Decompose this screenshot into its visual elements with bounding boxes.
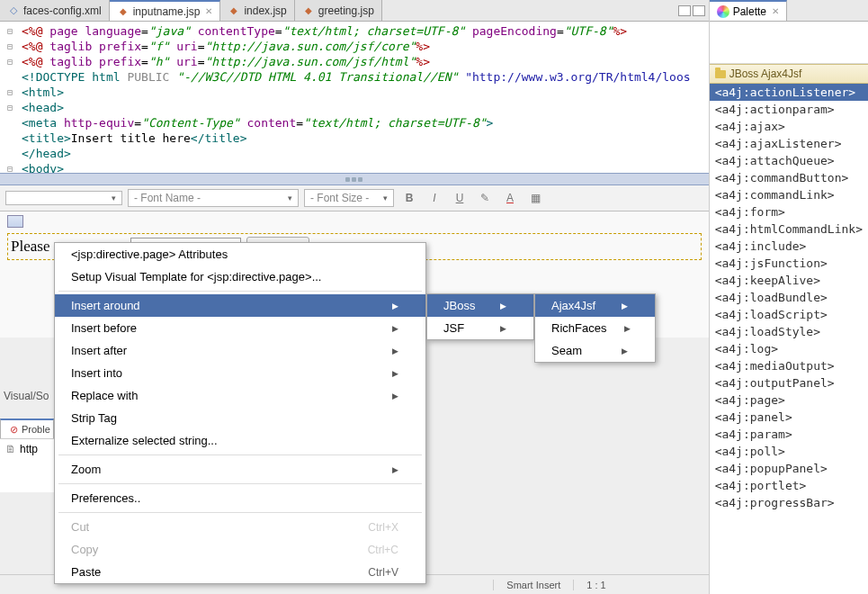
background-color-button[interactable]: ▦ <box>525 189 545 207</box>
palette-tag-item[interactable]: <a4j:htmlCommandLink> <box>710 220 868 238</box>
palette-tag-item[interactable]: <a4j:loadBundle> <box>710 289 868 306</box>
palette-tag-item[interactable]: <a4j:jsFunction> <box>710 255 868 272</box>
minimize-icon[interactable] <box>678 5 691 16</box>
separator <box>58 483 422 484</box>
palette-tag-item[interactable]: <a4j:param> <box>710 426 868 443</box>
palette-tag-item[interactable]: <a4j:attachQueue> <box>710 152 868 169</box>
submenu-categories: JBoss▶ JSF▶ <box>426 293 534 340</box>
ctx-setup-template[interactable]: Setup Visual Template for <jsp:directive… <box>55 266 425 288</box>
text-color-button[interactable]: A <box>500 189 520 207</box>
ctx-label: JSF <box>443 321 464 335</box>
file-jsp-icon: ◆ <box>228 4 240 17</box>
ctx-label: Preferences.. <box>71 491 140 505</box>
palette-tag-item[interactable]: <a4j:form> <box>710 203 868 220</box>
ctx-insert-around[interactable]: Insert around▶ <box>55 294 425 317</box>
arrow-right-icon: ▶ <box>392 302 398 310</box>
ctx-shortcut: Ctrl+C <box>368 544 398 556</box>
visual-source-tab-text[interactable]: Visual/So <box>4 390 49 402</box>
editor-tab[interactable]: ◇faces-config.xml <box>0 0 110 21</box>
palette-tag-item[interactable]: <a4j:ajaxListener> <box>710 135 868 152</box>
ctx-seam[interactable]: Seam▶ <box>535 339 655 362</box>
bold-button[interactable]: B <box>399 189 419 207</box>
ctx-label: Insert around <box>71 299 140 312</box>
caret-down-icon: ▾ <box>112 194 116 202</box>
ctx-label: Copy <box>71 543 98 556</box>
palette-tag-item[interactable]: <a4j:portlet> <box>710 477 868 494</box>
underline-button[interactable]: U <box>450 189 470 207</box>
maximize-icon[interactable] <box>693 5 705 16</box>
editor-tab[interactable]: ◆greeting.jsp <box>295 0 382 21</box>
tab-label: Palette <box>733 5 766 18</box>
palette-tag-item[interactable]: <a4j:include> <box>710 238 868 255</box>
arrow-right-icon: ▶ <box>392 392 398 400</box>
file-xml-icon: ◇ <box>7 4 20 17</box>
palette-tag-item[interactable]: <a4j:actionparam> <box>710 101 868 118</box>
ctx-label: JBoss <box>443 299 475 312</box>
palette-tag-item[interactable]: <a4j:outputPanel> <box>710 374 868 392</box>
editor-tab[interactable]: ◆index.jsp <box>220 0 294 21</box>
caret-down-icon: ▾ <box>383 194 388 202</box>
palette-tag-item[interactable]: <a4j:log> <box>710 340 868 357</box>
palette-tag-item[interactable]: <a4j:page> <box>710 392 868 409</box>
font-name-select[interactable]: - Font Name -▾ <box>128 189 299 207</box>
ctx-insert-after[interactable]: Insert after▶ <box>55 339 425 362</box>
ctx-attributes[interactable]: <jsp:directive.page> Attributes <box>55 243 425 266</box>
ctx-label: RichFaces <box>551 321 606 335</box>
italic-button[interactable]: I <box>425 189 444 207</box>
palette-tag-item[interactable]: <a4j:panel> <box>710 409 868 426</box>
highlight-button[interactable]: ✎ <box>475 189 495 207</box>
code-line: <body> <box>22 161 709 173</box>
ctx-preferences[interactable]: Preferences.. <box>55 487 425 509</box>
file-jsp-icon: ◆ <box>117 5 130 18</box>
code-line: <!DOCTYPE html PUBLIC "-//W3C//DTD HTML … <box>22 69 709 85</box>
tab-label: faces-config.xml <box>23 4 102 17</box>
editor-tab[interactable]: ◆inputname.jsp✕ <box>110 0 221 21</box>
ctx-cut: CutCtrl+X <box>55 516 425 538</box>
ctx-insert-before[interactable]: Insert before▶ <box>55 317 425 339</box>
ctx-ajax4jsf[interactable]: Ajax4Jsf▶ <box>535 294 655 317</box>
close-icon[interactable]: ✕ <box>772 6 779 16</box>
split-sash[interactable] <box>0 173 709 185</box>
palette-tag-item[interactable]: <a4j:keepAlive> <box>710 272 868 289</box>
ctx-replace-with[interactable]: Replace with▶ <box>55 384 425 407</box>
ctx-externalize[interactable]: Externalize selected string... <box>55 429 425 452</box>
code-line: <%@ page language="java" contentType="te… <box>22 23 709 39</box>
format-toolbar: ▾ - Font Name -▾ - Font Size -▾ B I U ✎ … <box>0 185 709 212</box>
font-size-select[interactable]: - Font Size -▾ <box>304 189 394 207</box>
palette-tag-item[interactable]: <a4j:progressBar> <box>710 494 868 511</box>
separator <box>58 454 422 455</box>
palette-tag-item[interactable]: <a4j:loadScript> <box>710 306 868 323</box>
ctx-richfaces[interactable]: RichFaces▶ <box>535 317 655 339</box>
palette-toolbar-area <box>710 22 868 64</box>
visual-preview[interactable]: Please enter name: #{personBean.name} Sa… <box>0 212 709 338</box>
ctx-zoom[interactable]: Zoom▶ <box>55 458 425 481</box>
code-line: </head> <box>22 146 709 161</box>
palette-tab[interactable]: Palette✕ <box>710 0 787 21</box>
ctx-jsf[interactable]: JSF▶ <box>427 317 533 339</box>
select-value: - Font Name - <box>134 192 201 204</box>
ctx-label: Zoom <box>71 463 101 476</box>
ctx-jboss[interactable]: JBoss▶ <box>427 294 533 317</box>
problems-tab[interactable]: ⊘Proble <box>0 418 54 438</box>
ctx-label: Externalize selected string... <box>71 434 218 447</box>
palette-tag-item[interactable]: <a4j:commandLink> <box>710 186 868 203</box>
palette-tag-item[interactable]: <a4j:poll> <box>710 443 868 460</box>
tab-label: greeting.jsp <box>318 4 374 17</box>
palette-tag-item[interactable]: <a4j:commandButton> <box>710 169 868 186</box>
ctx-strip-tag[interactable]: Strip Tag <box>55 407 425 429</box>
code-line: <meta http-equiv="Content-Type" content=… <box>22 115 709 130</box>
source-editor[interactable]: ⊟⊟⊟⊟⊟⊟ <%@ page language="java" contentT… <box>0 22 709 173</box>
palette-tag-item[interactable]: <a4j:mediaOutput> <box>710 357 868 374</box>
palette-tag-item[interactable]: <a4j:popupPanel> <box>710 460 868 477</box>
palette-tag-item[interactable]: <a4j:ajax> <box>710 118 868 135</box>
palette-drawer-header[interactable]: JBoss Ajax4Jsf <box>710 64 868 84</box>
preview-chip-icon[interactable] <box>7 215 23 228</box>
palette-tag-item[interactable]: <a4j:actionListener> <box>710 84 868 101</box>
ctx-insert-into[interactable]: Insert into▶ <box>55 362 425 384</box>
style-select[interactable]: ▾ <box>5 191 122 205</box>
fold-gutter: ⊟⊟⊟⊟⊟⊟ <box>7 23 13 173</box>
separator <box>58 291 422 292</box>
close-icon[interactable]: ✕ <box>205 6 212 16</box>
ctx-paste[interactable]: PasteCtrl+V <box>55 561 425 583</box>
palette-tag-item[interactable]: <a4j:loadStyle> <box>710 323 868 340</box>
